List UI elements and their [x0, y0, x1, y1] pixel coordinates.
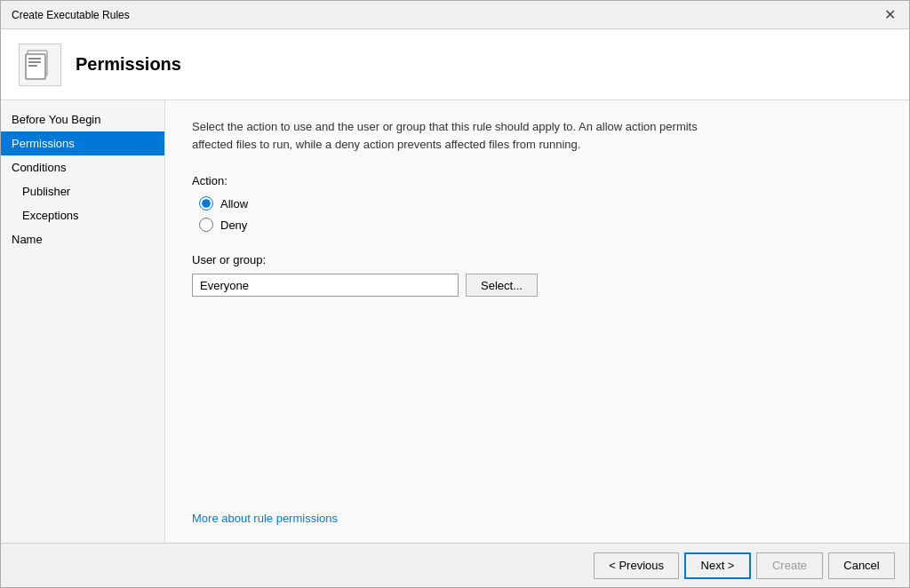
next-button[interactable]: Next > — [684, 552, 751, 579]
svg-rect-5 — [28, 58, 41, 60]
deny-label: Deny — [220, 219, 247, 232]
body: Before You BeginPermissionsConditionsPub… — [1, 100, 909, 543]
allow-radio[interactable] — [199, 196, 213, 211]
create-button[interactable]: Create — [756, 552, 823, 579]
more-link[interactable]: More about rule permissions — [192, 512, 338, 525]
description-text: Select the action to use and the user or… — [192, 118, 725, 153]
deny-radio[interactable] — [199, 218, 213, 232]
document-icon — [24, 49, 56, 81]
footer: < Previous Next > Create Cancel — [1, 543, 909, 587]
svg-rect-6 — [28, 61, 41, 63]
deny-radio-row[interactable]: Deny — [199, 218, 882, 232]
title-bar: Create Executable Rules ✕ — [1, 1, 909, 29]
allow-radio-row[interactable]: Allow — [199, 196, 882, 211]
action-radio-group: Allow Deny — [199, 196, 882, 232]
user-group-label: User or group: — [192, 253, 882, 266]
select-button[interactable]: Select... — [466, 274, 538, 297]
header-icon — [19, 44, 61, 86]
user-group-input[interactable] — [192, 274, 459, 297]
sidebar-item-name[interactable]: Name — [1, 227, 164, 251]
user-group-row: Select... — [192, 274, 882, 297]
sidebar: Before You BeginPermissionsConditionsPub… — [1, 100, 165, 543]
sidebar-item-before-you-begin[interactable]: Before You Begin — [1, 107, 164, 131]
sidebar-item-conditions[interactable]: Conditions — [1, 155, 164, 179]
action-label: Action: — [192, 174, 882, 187]
sidebar-item-permissions[interactable]: Permissions — [1, 131, 164, 155]
dialog: Create Executable Rules ✕ Permissions Be… — [0, 0, 910, 588]
allow-label: Allow — [220, 197, 248, 211]
page-title: Permissions — [76, 54, 181, 75]
header: Permissions — [1, 29, 909, 100]
previous-button[interactable]: < Previous — [594, 552, 679, 579]
svg-rect-7 — [28, 65, 37, 67]
close-button[interactable]: ✕ — [881, 6, 898, 24]
dialog-title: Create Executable Rules — [12, 9, 130, 21]
sidebar-item-exceptions[interactable]: Exceptions — [1, 203, 164, 227]
sidebar-item-publisher[interactable]: Publisher — [1, 179, 164, 203]
content-area: Select the action to use and the user or… — [165, 100, 909, 543]
cancel-button[interactable]: Cancel — [828, 552, 895, 579]
